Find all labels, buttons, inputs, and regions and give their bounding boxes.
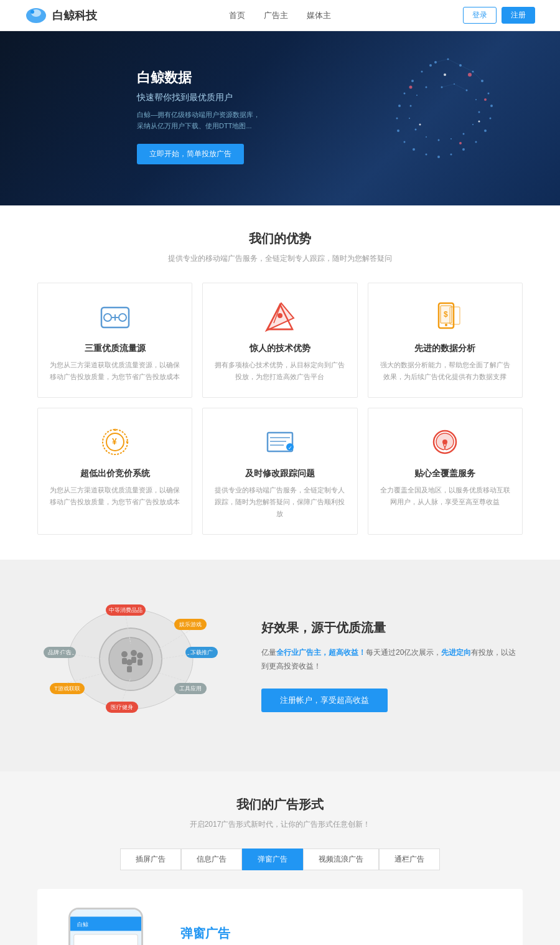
svg-text:✓: ✓ xyxy=(288,445,292,451)
svg-point-25 xyxy=(429,64,432,67)
svg-point-10 xyxy=(490,118,492,120)
advantages-grid: 三重优质流量源 为您从三方渠道获取优质流量资源，以确保移动广告投放质量，为您节省… xyxy=(37,283,523,535)
svg-line-43 xyxy=(460,65,473,72)
tab-banner[interactable]: 通栏广告 xyxy=(379,849,440,870)
svg-text:中等消费品品: 中等消费品品 xyxy=(109,607,142,613)
svg-line-41 xyxy=(436,59,448,62)
adformat-phone-mock: 白鲸 广告推送 立即查看 xyxy=(56,908,156,945)
svg-point-49 xyxy=(409,86,413,89)
advantage-name-2: 惊人的技术优势 xyxy=(213,343,347,354)
svg-point-16 xyxy=(426,154,427,156)
logo-icon xyxy=(25,4,47,27)
svg-point-39 xyxy=(416,95,418,96)
advantage-desc-5: 提供专业的移动端广告服务，全链定制专人跟踪，随时为您解答疑问，保障广告顺利投放 xyxy=(213,484,347,519)
effect-content: 好效果，源于优质流量 亿量全行业广告主，超高收益！每天通过20亿次展示，先进定向… xyxy=(261,619,523,712)
svg-point-36 xyxy=(415,129,417,131)
svg-point-52 xyxy=(478,121,480,123)
svg-point-9 xyxy=(490,105,493,107)
hero-cta-button[interactable]: 立即开始，简单投放广告 xyxy=(137,144,244,164)
svg-point-24 xyxy=(421,71,423,73)
tab-video[interactable]: 视频流浪广告 xyxy=(303,849,379,870)
logo-text: 白鲸科技 xyxy=(52,8,97,23)
svg-point-14 xyxy=(450,154,452,156)
svg-point-47 xyxy=(468,73,472,77)
svg-rect-83 xyxy=(122,658,127,664)
tab-popup[interactable]: 弹窗广告 xyxy=(242,849,303,870)
advantage-card-4: ¥ 超低出价竞价系统 为您从三方渠道获取优质流量资源，以确保移动广告投放质量，为… xyxy=(37,408,192,535)
nav-home[interactable]: 首页 xyxy=(229,10,245,21)
advantage-desc-3: 强大的数据分析能力，帮助您全面了解广告效果，为后续广告优化提供有力数据支撑 xyxy=(378,359,512,382)
china-map-svg: 中等消费品品 娱乐游戏 下载推广 工具应用 医疗健身 T游戏联联 品牌 广告 xyxy=(37,585,224,734)
adformat-title: 我们的广告形式 xyxy=(37,796,523,813)
svg-point-53 xyxy=(419,124,421,126)
adformat-info: 弹窗广告 弹窗广告是指在网站的网页弹出的广告，通常广告主是用来简短的广告宣传用的… xyxy=(180,925,504,945)
advantage-icon-6 xyxy=(426,423,464,461)
svg-point-65 xyxy=(445,324,447,326)
svg-rect-89 xyxy=(127,666,132,672)
hero-desc: 白鲸—拥有亿级移动端用户资源数据库，采纳从亿万用户下载、使用DTT地图... xyxy=(137,110,261,131)
svg-rect-114 xyxy=(74,934,138,945)
login-button[interactable]: 登录 xyxy=(463,7,497,24)
register-button[interactable]: 注册 xyxy=(502,7,535,24)
advantage-icon-4: ¥ xyxy=(96,423,134,461)
hero-title: 白鲸数据 xyxy=(137,68,261,87)
effect-desc: 亿量全行业广告主，超高收益！每天通过20亿次展示，先进定向有投放，以达到更高投资… xyxy=(261,646,523,673)
svg-text:T游戏联联: T游戏联联 xyxy=(54,685,80,692)
adformat-current-name: 弹窗广告 xyxy=(180,925,504,942)
effect-section: 中等消费品品 娱乐游戏 下载推广 工具应用 医疗健身 T游戏联联 品牌 广告 xyxy=(0,560,560,771)
advantage-icon-1 xyxy=(96,298,134,336)
svg-point-78 xyxy=(442,440,447,444)
advantage-card-2: 惊人的技术优势 拥有多项核心技术优势，从目标定向到广告投放，为您打造高效广告平台 xyxy=(202,283,357,398)
main-nav: 首页 广告主 媒体主 xyxy=(229,10,331,21)
advantage-card-6: 贴心全覆盖服务 全力覆盖全国及地区，以服务优质移动互联网用户，从人脉，享受至高至… xyxy=(368,408,523,535)
svg-text:$: $ xyxy=(444,310,448,319)
svg-point-22 xyxy=(404,93,406,95)
svg-rect-87 xyxy=(138,659,142,665)
svg-text:白鲸: 白鲸 xyxy=(77,922,88,928)
svg-point-17 xyxy=(413,148,415,151)
svg-point-8 xyxy=(488,93,490,95)
svg-point-55 xyxy=(104,314,111,321)
nav-media[interactable]: 媒体主 xyxy=(307,10,331,21)
tab-feed[interactable]: 信息广告 xyxy=(181,849,242,870)
advantage-name-1: 三重优质流量源 xyxy=(48,343,182,354)
advantage-desc-6: 全力覆盖全国及地区，以服务优质移动互联网用户，从人脉，享受至高至尊收益 xyxy=(378,484,512,507)
advantage-name-4: 超低出价竞价系统 xyxy=(48,468,182,479)
adformat-subtitle: 开启2017广告形式新时代，让你的广告形式任意创新！ xyxy=(37,819,523,830)
advantage-name-3: 先进的数据分析 xyxy=(378,343,512,354)
advantage-desc-4: 为您从三方渠道获取优质流量资源，以确保移动广告投放质量，为您节省广告投放成本 xyxy=(48,484,182,507)
advantage-icon-2 xyxy=(261,298,299,336)
svg-text:工具应用: 工具应用 xyxy=(179,685,202,692)
svg-point-34 xyxy=(438,139,440,141)
svg-line-46 xyxy=(454,84,467,90)
svg-text:娱乐游戏: 娱乐游戏 xyxy=(179,621,202,628)
tab-interstitial[interactable]: 插屏广告 xyxy=(120,849,181,870)
svg-point-11 xyxy=(484,129,487,132)
svg-point-20 xyxy=(396,118,398,120)
advantage-desc-2: 拥有多项核心技术优势，从目标定向到广告投放，为您打造高效广告平台 xyxy=(213,359,347,382)
adformat-tabs: 插屏广告 信息广告 弹窗广告 视频流浪广告 通栏广告 xyxy=(37,849,523,870)
advantages-title: 我们的优势 xyxy=(37,230,523,247)
svg-text:医疗健身: 医疗健身 xyxy=(111,704,133,710)
advantage-card-5: ✓ 及时修改跟踪问题 提供专业的移动端广告服务，全链定制专人跟踪，随时为您解答疑… xyxy=(202,408,357,535)
effect-cta-button[interactable]: 注册帐户，享受超高收益 xyxy=(261,689,388,712)
svg-point-86 xyxy=(137,652,143,659)
nav-advertiser[interactable]: 广告主 xyxy=(264,10,288,21)
advantage-desc-1: 为您从三方渠道获取优质流量资源，以确保移动广告投放质量，为您节省广告投放成本 xyxy=(48,359,182,382)
svg-point-33 xyxy=(450,138,452,139)
hero-content: 白鲸数据 快速帮你找到最优质用户 白鲸—拥有亿级移动端用户资源数据库，采纳从亿万… xyxy=(137,68,261,164)
svg-point-51 xyxy=(444,73,446,76)
svg-point-31 xyxy=(472,124,474,125)
svg-point-21 xyxy=(398,105,401,107)
svg-point-29 xyxy=(475,99,477,100)
svg-point-13 xyxy=(462,148,465,151)
svg-point-84 xyxy=(131,650,137,656)
header: 白鲸科技 首页 广告主 媒体主 登录 注册 xyxy=(0,0,560,31)
advantage-icon-5: ✓ xyxy=(261,423,299,461)
phone-mockup: 白鲸 广告推送 立即查看 xyxy=(68,908,143,945)
svg-point-18 xyxy=(404,141,406,143)
advantage-card-1: 三重优质流量源 为您从三方渠道获取优质流量资源，以确保移动广告投放质量，为您节省… xyxy=(37,283,192,398)
svg-line-44 xyxy=(473,72,482,81)
svg-point-2 xyxy=(30,10,34,14)
svg-line-42 xyxy=(448,59,460,65)
